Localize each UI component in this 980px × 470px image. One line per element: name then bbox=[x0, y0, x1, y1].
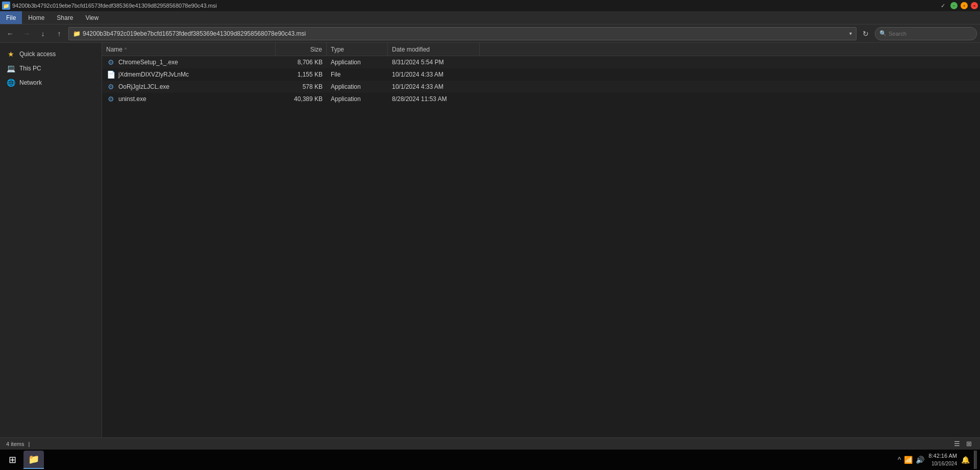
file-date: 8/28/2024 11:53 AM bbox=[392, 95, 447, 103]
detail-view-button[interactable]: ⊞ bbox=[964, 439, 974, 449]
file-name: OoRjJgIzLJCL.exe bbox=[118, 83, 169, 90]
sidebar-item-quick-access[interactable]: ★ Quick access bbox=[0, 47, 102, 61]
file-type: Application bbox=[331, 83, 361, 90]
file-cell-type: Application bbox=[327, 93, 388, 105]
system-tray: ^ 📶 🔊 bbox=[898, 456, 925, 464]
sidebar: ★ Quick access 💻 This PC 🌐 Network bbox=[0, 43, 102, 437]
file-name: uninst.exe bbox=[118, 95, 146, 103]
menu-item-home[interactable]: Home bbox=[22, 11, 51, 24]
menu-item-share[interactable]: Share bbox=[51, 11, 79, 24]
table-row[interactable]: ⚙ uninst.exe 40,389 KB Application 8/28/… bbox=[102, 93, 980, 105]
network-tray-icon[interactable]: 📶 bbox=[904, 456, 913, 464]
file-cell-date: 10/1/2024 4:33 AM bbox=[388, 68, 480, 81]
windows-icon: ⊞ bbox=[9, 454, 16, 465]
col-header-type[interactable]: Type bbox=[327, 43, 388, 56]
address-bar-dropdown-button[interactable]: ▾ bbox=[849, 31, 852, 36]
item-count: 4 items bbox=[6, 441, 24, 447]
maximize-button[interactable]: + bbox=[961, 2, 968, 9]
menu-bar: File Home Share View bbox=[0, 11, 980, 24]
taskbar: ⊞ 📁 ^ 📶 🔊 8:42:16 AM 10/16/2024 🔔 bbox=[0, 450, 980, 470]
address-bar-path: 94200b3b4792c019ebe7bcfd16573fdedf385369… bbox=[83, 30, 847, 37]
status-bar: 4 items | ☰ ⊞ bbox=[0, 437, 980, 450]
column-headers: Name ^ Size Type Date modified bbox=[102, 43, 980, 56]
status-right: ☰ ⊞ bbox=[952, 439, 974, 449]
file-cell-type: File bbox=[327, 68, 388, 81]
sidebar-label-network: Network bbox=[19, 79, 42, 86]
status-separator: | bbox=[28, 441, 30, 447]
file-type-icon: ⚙ bbox=[106, 95, 115, 103]
file-type: File bbox=[331, 71, 340, 78]
file-cell-type: Application bbox=[327, 56, 388, 68]
file-list: ⚙ ChromeSetup_1_.exe 8,706 KB Applicatio… bbox=[102, 56, 980, 437]
forward-button[interactable]: → bbox=[19, 27, 34, 41]
recent-locations-button[interactable]: ↓ bbox=[36, 27, 50, 41]
file-size: 40,389 KB bbox=[294, 95, 323, 103]
table-row[interactable]: 📄 jXdmemDIXVZlyRJvLnMc 1,155 KB File 10/… bbox=[102, 68, 980, 81]
show-desktop-button[interactable] bbox=[974, 451, 977, 469]
toolbar: ← → ↓ ↑ 📁 94200b3b4792c019ebe7bcfd16573f… bbox=[0, 24, 980, 43]
up-button[interactable]: ↑ bbox=[52, 27, 66, 41]
pc-icon: 💻 bbox=[6, 64, 15, 72]
title-bar-check-btn[interactable]: ✓ bbox=[939, 3, 947, 9]
table-row[interactable]: ⚙ OoRjJgIzLJCL.exe 578 KB Application 10… bbox=[102, 81, 980, 93]
file-name: ChromeSetup_1_.exe bbox=[118, 59, 178, 66]
file-date: 10/1/2024 4:33 AM bbox=[392, 71, 444, 78]
col-header-date-modified[interactable]: Date modified bbox=[388, 43, 480, 56]
sidebar-label-this-pc: This PC bbox=[19, 65, 41, 72]
back-button[interactable]: ← bbox=[3, 27, 17, 41]
taskbar-file-explorer[interactable]: 📁 bbox=[23, 451, 44, 469]
col-header-name[interactable]: Name ^ bbox=[102, 43, 276, 56]
file-cell-size: 8,706 KB bbox=[276, 56, 327, 68]
close-button[interactable]: × bbox=[971, 2, 978, 9]
file-cell-size: 1,155 KB bbox=[276, 68, 327, 81]
file-explorer-icon: 📁 bbox=[28, 454, 39, 465]
file-type-icon: ⚙ bbox=[106, 58, 115, 66]
col-header-size[interactable]: Size bbox=[276, 43, 327, 56]
list-view-button[interactable]: ☰ bbox=[952, 439, 962, 449]
star-icon: ★ bbox=[6, 50, 15, 58]
file-cell-name: ⚙ uninst.exe bbox=[102, 93, 276, 105]
table-row[interactable]: ⚙ ChromeSetup_1_.exe 8,706 KB Applicatio… bbox=[102, 56, 980, 68]
search-bar[interactable]: 🔍 bbox=[875, 27, 977, 40]
maximize-icon: + bbox=[963, 4, 966, 8]
search-icon: 🔍 bbox=[879, 30, 887, 37]
minimize-icon: − bbox=[953, 4, 955, 8]
file-cell-name: ⚙ OoRjJgIzLJCL.exe bbox=[102, 81, 276, 93]
file-cell-size: 40,389 KB bbox=[276, 93, 327, 105]
file-cell-date: 8/28/2024 11:53 AM bbox=[388, 93, 480, 105]
file-type-icon: 📄 bbox=[106, 70, 115, 79]
file-cell-name: 📄 jXdmemDIXVZlyRJvLnMc bbox=[102, 68, 276, 81]
file-type: Application bbox=[331, 59, 361, 66]
clock-time: 8:42:16 AM bbox=[928, 452, 957, 460]
file-cell-type: Application bbox=[327, 81, 388, 93]
file-cell-date: 10/1/2024 4:33 AM bbox=[388, 81, 480, 93]
file-date: 10/1/2024 4:33 AM bbox=[392, 83, 444, 90]
start-button[interactable]: ⊞ bbox=[3, 451, 21, 469]
title-bar-controls: ✓ − + × bbox=[939, 2, 978, 9]
clock-date: 10/16/2024 bbox=[928, 460, 957, 467]
sidebar-label-quick-access: Quick access bbox=[19, 51, 56, 58]
volume-tray-icon[interactable]: 🔊 bbox=[916, 456, 924, 464]
file-date: 8/31/2024 5:54 PM bbox=[392, 59, 444, 66]
taskbar-right: ^ 📶 🔊 8:42:16 AM 10/16/2024 🔔 bbox=[898, 451, 977, 469]
network-icon: 🌐 bbox=[6, 79, 15, 87]
refresh-button[interactable]: ↻ bbox=[859, 27, 873, 41]
sidebar-item-this-pc[interactable]: 💻 This PC bbox=[0, 61, 102, 76]
title-bar-folder-icon: 📁 bbox=[2, 2, 10, 10]
tray-up-arrow-icon[interactable]: ^ bbox=[898, 456, 901, 464]
clock[interactable]: 8:42:16 AM 10/16/2024 bbox=[928, 452, 957, 467]
file-cell-date: 8/31/2024 5:54 PM bbox=[388, 56, 480, 68]
file-cell-size: 578 KB bbox=[276, 81, 327, 93]
file-size: 8,706 KB bbox=[298, 59, 323, 66]
address-bar[interactable]: 📁 94200b3b4792c019ebe7bcfd16573fdedf3853… bbox=[68, 27, 856, 40]
minimize-button[interactable]: − bbox=[950, 2, 958, 9]
title-bar-left: 📁 94200b3b4792c019ebe7bcfd16573fdedf3853… bbox=[2, 2, 217, 10]
sort-arrow-icon: ^ bbox=[125, 47, 127, 52]
file-size: 578 KB bbox=[303, 83, 323, 90]
menu-item-file[interactable]: File bbox=[0, 11, 22, 24]
sidebar-item-network[interactable]: 🌐 Network bbox=[0, 76, 102, 90]
search-input[interactable] bbox=[889, 31, 972, 37]
address-bar-folder-icon: 📁 bbox=[73, 30, 81, 37]
notification-icon[interactable]: 🔔 bbox=[961, 456, 970, 464]
menu-item-view[interactable]: View bbox=[79, 11, 105, 24]
